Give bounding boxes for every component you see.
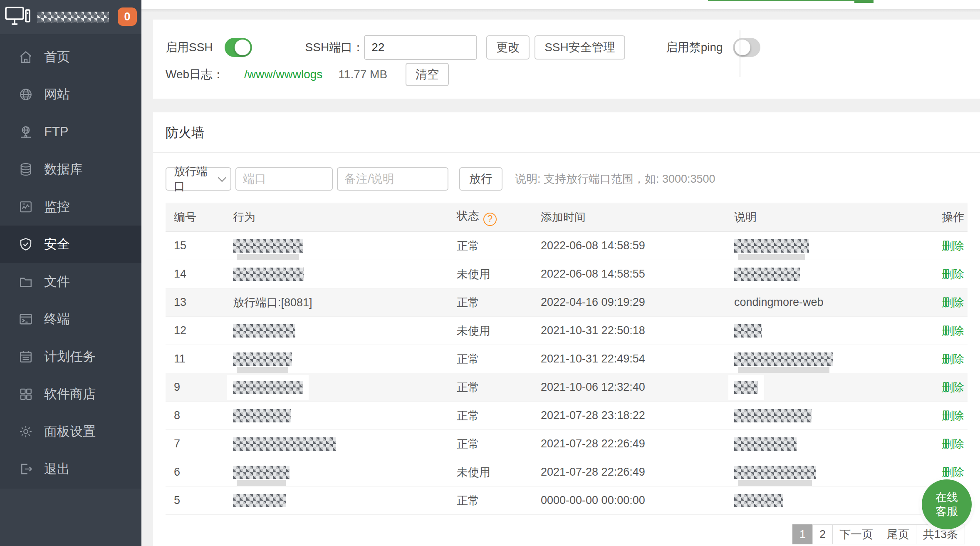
cell-remark	[734, 267, 917, 281]
delete-rule-link[interactable]: 删除	[942, 466, 964, 479]
rule-type-selected-value: 放行端口	[174, 164, 218, 194]
cell-action	[233, 409, 457, 422]
delete-rule-link[interactable]: 删除	[942, 353, 964, 365]
online-service-button[interactable]: 在线 客服	[922, 479, 972, 529]
table-row: 8正常2021-07-28 23:18:22删除	[166, 402, 968, 430]
header-status: 状态?	[457, 208, 541, 226]
header-time: 添加时间	[541, 210, 734, 225]
cell-action	[233, 267, 457, 281]
cell-action	[233, 239, 457, 253]
cell-status: 正常	[457, 493, 541, 508]
topbar: 0	[0, 0, 141, 34]
sidebar-item-files[interactable]: 文件	[0, 263, 141, 300]
page-number-1[interactable]: 1	[792, 524, 813, 544]
cell-action	[233, 437, 457, 451]
page-number-2[interactable]: 2	[812, 524, 833, 544]
cell-status: 未使用	[457, 323, 541, 338]
sidebar-item-cron[interactable]: 计划任务	[0, 338, 141, 375]
main-content: 启用SSH SSH端口： 更改 SSH安全管理 启用禁ping Web日志： /…	[141, 0, 980, 546]
enable-ssh-label: 启用SSH	[166, 40, 213, 55]
sidebar-item-appstore[interactable]: 软件商店	[0, 375, 141, 413]
message-count-badge[interactable]: 0	[118, 7, 137, 26]
weblog-label: Web日志：	[166, 67, 224, 82]
cell-rule-id: 6	[166, 466, 233, 479]
delete-rule-link[interactable]: 删除	[942, 268, 964, 280]
logout-icon	[18, 462, 33, 477]
port-range-hint: 说明: 支持放行端口范围，如: 3000:3500	[515, 171, 715, 186]
sidebar-item-home[interactable]: 首页	[0, 38, 141, 76]
status-help-icon[interactable]: ?	[483, 213, 497, 226]
censored-remark-text	[734, 324, 762, 338]
cell-operation: 删除	[917, 267, 968, 282]
censored-action-text	[233, 352, 292, 366]
sidebar-item-monitor[interactable]: 监控	[0, 188, 141, 226]
ping-toggle[interactable]	[733, 38, 760, 57]
censored-remark-text	[734, 437, 797, 451]
weblog-path-link[interactable]: /www/wwwlogs	[244, 68, 322, 81]
censored-remark-text	[734, 352, 833, 366]
ssh-security-button[interactable]: SSH安全管理	[535, 35, 625, 60]
cell-rule-id: 9	[166, 381, 233, 394]
sidebar-item-settings[interactable]: 面板设置	[0, 413, 141, 450]
sidebar-item-label: 软件商店	[44, 385, 96, 403]
table-row: 7正常2021-07-28 22:26:49删除	[166, 430, 968, 458]
clear-log-button[interactable]: 清空	[406, 63, 449, 86]
disable-ping-label: 启用禁ping	[666, 40, 723, 55]
ssh-settings-card: 启用SSH SSH端口： 更改 SSH安全管理 启用禁ping Web日志： /…	[153, 20, 980, 99]
sidebar-item-security[interactable]: 安全	[0, 226, 141, 263]
delete-rule-link[interactable]: 删除	[942, 325, 964, 337]
censored-remark-text	[734, 239, 809, 253]
cell-remark	[734, 324, 917, 338]
sidebar-item-label: 终端	[44, 310, 70, 328]
next-page-button[interactable]: 下一页	[832, 524, 880, 544]
cell-rule-id: 7	[166, 437, 233, 450]
sidebar-item-label: 文件	[44, 273, 70, 290]
header-action: 行为	[233, 210, 457, 225]
cell-added-time: 2022-06-08 14:58:59	[541, 239, 734, 252]
table-row: 11正常2021-10-31 22:49:54删除	[166, 345, 968, 373]
delete-rule-link[interactable]: 删除	[942, 381, 964, 394]
cell-operation: 删除	[917, 238, 968, 253]
remark-input[interactable]	[337, 167, 448, 191]
change-port-button[interactable]: 更改	[486, 35, 530, 60]
sidebar-item-label: 计划任务	[44, 348, 96, 365]
globe-icon	[18, 87, 33, 102]
delete-rule-link[interactable]: 删除	[942, 240, 964, 252]
censored-action-text	[233, 381, 303, 394]
divider	[153, 152, 980, 153]
cell-added-time: 2021-07-28 22:26:49	[541, 466, 734, 479]
last-page-button[interactable]: 尾页	[880, 524, 916, 544]
delete-rule-link[interactable]: 删除	[942, 410, 964, 422]
ssh-port-input[interactable]	[364, 35, 477, 60]
allow-button[interactable]: 放行	[459, 167, 502, 191]
censored-remark-text	[734, 268, 800, 281]
sidebar-item-label: 首页	[44, 48, 70, 66]
sidebar-item-sites[interactable]: 网站	[0, 76, 141, 113]
censored-remark-text	[734, 381, 758, 394]
sidebar-item-label: 数据库	[44, 161, 83, 178]
ssh-toggle[interactable]	[225, 38, 252, 57]
delete-rule-link[interactable]: 删除	[942, 296, 964, 309]
rule-type-select[interactable]: 放行端口	[166, 167, 231, 191]
censored-remark-text	[734, 494, 783, 507]
search-box-cutoff	[708, 0, 854, 1]
table-row: 14未使用2022-06-08 14:58:55删除	[166, 260, 968, 288]
cell-operation: 删除	[917, 437, 968, 452]
delete-rule-link[interactable]: 删除	[942, 438, 964, 450]
cell-rule-id: 8	[166, 409, 233, 422]
chevron-down-icon	[218, 174, 226, 182]
port-input[interactable]	[235, 167, 333, 191]
cell-action	[233, 380, 457, 394]
cell-status: 未使用	[457, 465, 541, 480]
sidebar-item-label: 安全	[44, 236, 70, 253]
sidebar-item-logout[interactable]: 退出	[0, 450, 141, 488]
sidebar-item-label: 退出	[44, 460, 70, 478]
sidebar-item-database[interactable]: 数据库	[0, 151, 141, 188]
firewall-add-form: 放行端口 放行 说明: 支持放行端口范围，如: 3000:3500	[166, 167, 715, 191]
sidebar: 首页网站FTP数据库监控安全文件终端计划任务软件商店面板设置退出	[0, 34, 141, 546]
sidebar-item-ftp[interactable]: FTP	[0, 113, 141, 151]
cell-operation: 删除	[917, 352, 968, 367]
cell-rule-id: 15	[166, 239, 233, 252]
cell-remark	[734, 465, 917, 479]
sidebar-item-terminal[interactable]: 终端	[0, 300, 141, 338]
